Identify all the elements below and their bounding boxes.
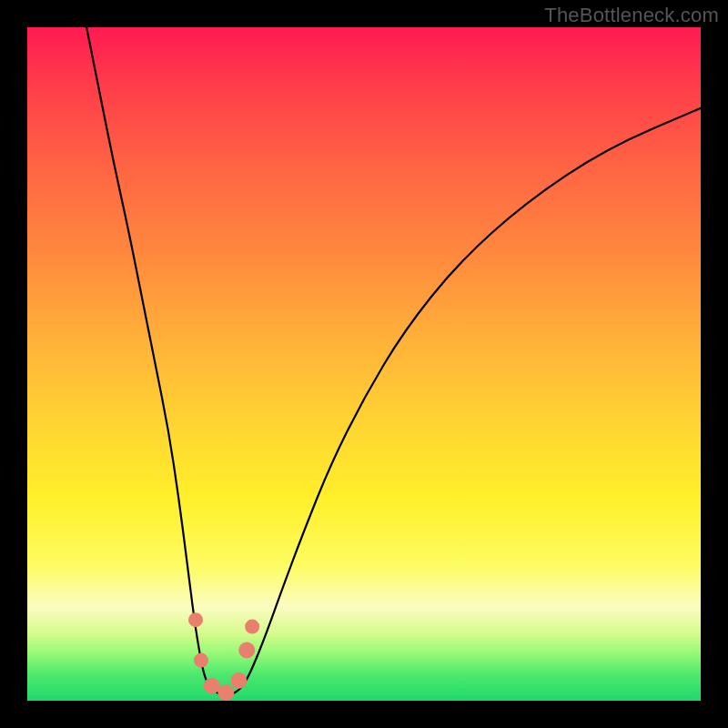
trough-marker [204,678,220,694]
trough-marker [238,642,255,659]
watermark-text: TheBottleneck.com [544,4,719,27]
trough-marker [194,653,208,668]
trough-marker [230,672,247,689]
plot-area [27,27,701,701]
chart-canvas: TheBottleneck.com [0,0,728,728]
curve-left-branch [86,27,219,694]
trough-markers [188,612,259,701]
trough-marker [245,620,259,634]
curve-right-branch [233,108,701,694]
bottleneck-curve [27,27,701,701]
trough-marker [217,684,234,701]
trough-marker [188,612,203,627]
